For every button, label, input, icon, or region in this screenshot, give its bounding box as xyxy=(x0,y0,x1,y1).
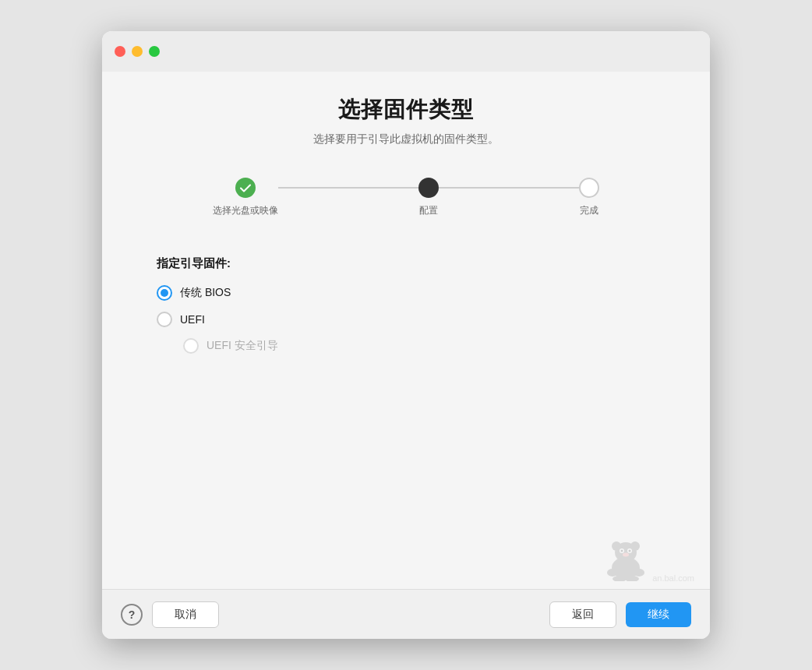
bios-option[interactable]: 传统 BIOS xyxy=(157,285,663,301)
svg-point-10 xyxy=(634,569,644,577)
footer-right: 返回 继续 xyxy=(549,601,691,628)
traffic-lights xyxy=(115,46,160,57)
step-2: 配置 xyxy=(418,178,439,217)
watermark: an.bal.com xyxy=(602,538,694,584)
svg-point-2 xyxy=(630,541,640,551)
step-1-circle xyxy=(235,178,256,198)
page-title: 选择固件类型 xyxy=(149,95,663,125)
step-1-label: 选择光盘或映像 xyxy=(213,204,278,217)
minimize-button[interactable] xyxy=(132,46,143,57)
maximize-button[interactable] xyxy=(149,46,160,57)
svg-point-6 xyxy=(620,550,623,552)
main-window: 选择固件类型 选择要用于引导此虚拟机的固件类型。 选择光盘或映像 配置 完 xyxy=(102,31,710,639)
step-2-label: 配置 xyxy=(419,204,438,217)
title-bar xyxy=(102,31,710,72)
step-line-2 xyxy=(439,187,579,189)
step-line-1 xyxy=(278,187,418,189)
svg-point-0 xyxy=(615,542,637,562)
step-3: 完成 xyxy=(579,178,599,217)
svg-point-9 xyxy=(607,569,618,577)
step-2-circle xyxy=(418,178,439,198)
uefi-secure-radio[interactable] xyxy=(183,338,199,354)
footer-left: ? 取消 xyxy=(121,601,219,628)
svg-point-5 xyxy=(627,548,632,553)
cancel-button[interactable]: 取消 xyxy=(152,601,219,628)
uefi-secure-option[interactable]: UEFI 安全引导 xyxy=(183,338,663,354)
step-3-label: 完成 xyxy=(580,204,598,217)
radio-group: 传统 BIOS UEFI UEFI 安全引导 xyxy=(157,285,663,354)
uefi-option[interactable]: UEFI xyxy=(157,312,663,327)
bios-radio[interactable] xyxy=(157,285,172,301)
svg-point-1 xyxy=(612,541,621,551)
stepper: 选择光盘或映像 配置 完成 xyxy=(149,178,663,217)
svg-point-3 xyxy=(612,557,640,579)
watermark-text: an.bal.com xyxy=(652,573,694,583)
continue-button[interactable]: 继续 xyxy=(626,602,691,627)
content-area: 选择固件类型 选择要用于引导此虚拟机的固件类型。 选择光盘或映像 配置 完 xyxy=(102,72,710,589)
close-button[interactable] xyxy=(115,46,125,57)
svg-point-11 xyxy=(613,576,627,581)
svg-point-7 xyxy=(628,550,630,552)
page-subtitle: 选择要用于引导此虚拟机的固件类型。 xyxy=(149,132,663,146)
uefi-radio[interactable] xyxy=(157,312,172,327)
uefi-label: UEFI xyxy=(180,313,205,326)
baidu-icon xyxy=(602,538,649,581)
uefi-secure-label: UEFI 安全引导 xyxy=(207,339,278,353)
back-button[interactable]: 返回 xyxy=(549,601,616,628)
svg-point-4 xyxy=(620,548,624,553)
bios-label: 传统 BIOS xyxy=(180,286,231,300)
section-title: 指定引导固件: xyxy=(157,256,663,271)
firmware-section: 指定引导固件: 传统 BIOS UEFI UEFI 安全引导 xyxy=(157,256,663,354)
svg-point-8 xyxy=(623,553,629,557)
svg-point-12 xyxy=(625,576,639,581)
step-3-circle xyxy=(579,178,599,198)
help-button[interactable]: ? xyxy=(121,604,143,626)
step-1: 选择光盘或映像 xyxy=(213,178,278,217)
footer: ? 取消 返回 继续 xyxy=(102,589,710,639)
